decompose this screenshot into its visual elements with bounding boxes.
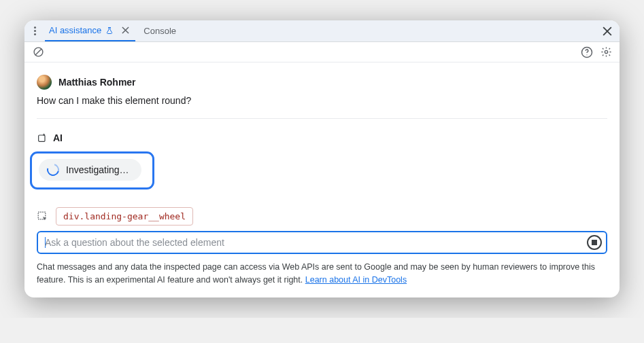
select-element-icon[interactable] (37, 211, 49, 223)
element-chip[interactable]: div.landing-gear__wheel (56, 207, 193, 225)
gear-icon[interactable] (599, 46, 613, 59)
svg-point-8 (586, 54, 587, 55)
learn-more-link[interactable]: Learn about AI in DevTools (305, 275, 407, 285)
element-label: div.landing-gear__wheel (63, 211, 186, 221)
conversation: Matthias Rohmer How can I make this elem… (24, 62, 620, 204)
tab-label: AI assistance (49, 25, 101, 35)
svg-line-6 (35, 49, 41, 55)
close-drawer-button[interactable] (599, 23, 615, 39)
spinner-icon (45, 162, 62, 179)
disclaimer: Chat messages and any data the inspected… (24, 254, 620, 297)
flask-icon (105, 26, 114, 35)
tab-console[interactable]: Console (139, 20, 180, 41)
ai-sparkle-icon (37, 132, 48, 143)
input-row (24, 231, 620, 254)
devtools-panel: AI assistance Console (24, 20, 620, 297)
block-icon[interactable] (31, 46, 45, 59)
status-highlight: Investigating… (30, 151, 154, 189)
chat-input[interactable] (45, 237, 587, 248)
avatar (37, 75, 52, 90)
svg-point-9 (605, 50, 607, 53)
help-button[interactable] (580, 46, 594, 59)
status-text: Investigating… (66, 164, 129, 175)
stop-button[interactable] (587, 235, 602, 250)
stop-icon (592, 240, 597, 245)
ai-response-block: AI Investigating… (37, 119, 607, 204)
status-chip: Investigating… (39, 159, 141, 181)
user-message-text: How can I make this element round? (37, 95, 607, 106)
close-tab-button[interactable] (119, 24, 131, 37)
more-tabs-button[interactable] (29, 23, 41, 39)
user-message: Matthias Rohmer How can I make this elem… (37, 71, 607, 119)
context-row: div.landing-gear__wheel (24, 204, 620, 231)
tab-label: Console (143, 26, 176, 36)
tab-bar: AI assistance Console (24, 20, 620, 42)
author-name: Matthias Rohmer (58, 77, 136, 88)
tab-ai-assistance[interactable]: AI assistance (45, 20, 135, 41)
chat-input-box[interactable] (37, 231, 607, 254)
toolbar (24, 42, 620, 62)
ai-label: AI (53, 132, 63, 143)
svg-rect-10 (39, 135, 45, 141)
